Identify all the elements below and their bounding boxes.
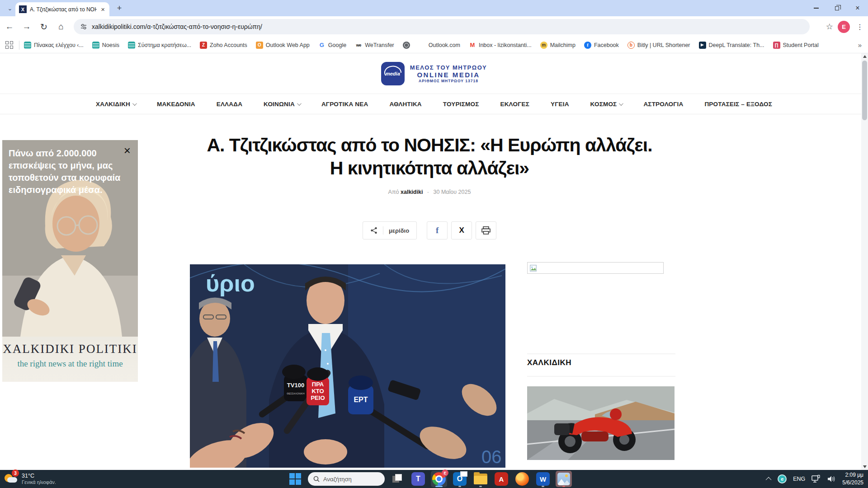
file-explorer-button[interactable] — [472, 471, 489, 487]
teams-icon: T — [411, 472, 425, 486]
wetransfer-icon: we — [355, 42, 362, 49]
registry-badge: ΜΕΛΟΣ ΤΟΥ ΜΗΤΡΩΟΥ ONLINE MEDIA ΑΡΙΘΜΟΣ Μ… — [410, 64, 487, 83]
taskbar-clock[interactable]: 2:09 μμ 5/6/2025 — [842, 471, 863, 487]
nav-item-protaseis-exodos[interactable]: ΠΡΟΤΑΣΕΙΣ – ΕΞΟΔΟΣ — [704, 101, 772, 108]
bookmark-pinakas[interactable]: Πίνακας ελέγχου ‹... — [24, 42, 84, 49]
bookmark-outlook-web-app[interactable]: OOutlook Web App — [256, 42, 310, 49]
teams-button[interactable]: T — [410, 471, 426, 487]
bookmark-inbox[interactable]: MInbox - lizikonstanti... — [469, 42, 532, 49]
mic-flag-tv100: TV100 — [287, 382, 304, 389]
back-button[interactable]: ← — [2, 19, 17, 34]
photos-button[interactable] — [556, 471, 572, 487]
site-logo[interactable]: media ΜΕΛΟΣ ΤΟΥ ΜΗΤΡΩΟΥ ONLINE MEDIA ΑΡΙ… — [381, 62, 487, 85]
scroll-down-icon[interactable] — [861, 464, 868, 470]
tab-close-icon[interactable]: × — [100, 5, 106, 13]
scrollbar-thumb[interactable] — [862, 61, 867, 120]
running-indicator — [458, 486, 461, 487]
eset-tray-icon[interactable]: e — [778, 474, 787, 483]
acrobat-button[interactable]: A — [493, 471, 509, 487]
bookmark-wetransfer[interactable]: weWeTransfer — [355, 42, 394, 49]
task-view-button[interactable] — [389, 471, 406, 487]
nav-item-kosmos[interactable]: ΚΟΣΜΟΣ — [590, 101, 623, 108]
broken-image-icon — [530, 265, 537, 272]
site-settings-icon[interactable] — [80, 23, 87, 30]
reload-button[interactable]: ↻ — [36, 19, 52, 34]
mic-flag-praktoreio-1: ΠΡΑ — [312, 381, 324, 388]
bookmark-google[interactable]: GGoogle — [318, 42, 346, 49]
running-indicator — [562, 486, 565, 487]
address-bar[interactable]: xalkidikipolitiki.com/α-τζιτζικώστας-από… — [74, 19, 810, 34]
home-button[interactable]: ⌂ — [53, 19, 69, 34]
facebook-icon: f — [436, 225, 439, 235]
chevron-down-icon — [297, 101, 302, 106]
nav-item-astrologia[interactable]: ΑΣΤΡΟΛΟΓΙΑ — [643, 101, 683, 108]
tray-expand-icon[interactable] — [766, 477, 772, 483]
bookmark-outlook-com[interactable]: Outlook.com — [419, 42, 460, 49]
bookmarks-overflow-icon[interactable]: » — [858, 41, 862, 49]
article-title: Α. Τζιτζικώστας από το ΝΟΗΣΙΣ: «Η Ευρώπη… — [203, 134, 656, 180]
browser-menu-icon[interactable]: ⋮ — [854, 23, 865, 31]
outlook-com-icon — [419, 42, 426, 49]
share-facebook-button[interactable]: f — [427, 221, 448, 239]
bookmark-globe[interactable] — [403, 42, 410, 49]
taskbar-search[interactable]: Αναζήτηση — [308, 472, 385, 486]
bookmark-zoho[interactable]: ZZoho Accounts — [200, 42, 247, 49]
nav-item-makedonia[interactable]: ΜΑΚΕΔΟΝΙΑ — [157, 101, 195, 108]
booking-system-icon — [128, 42, 135, 49]
firefox-button[interactable] — [514, 471, 530, 487]
author-link[interactable]: xalkidiki — [401, 189, 423, 195]
ad-close-icon[interactable]: × — [124, 145, 131, 156]
language-indicator[interactable]: ENG — [793, 476, 805, 482]
bookmark-deepl[interactable]: DeepL Translate: Th... — [699, 42, 764, 49]
new-tab-button[interactable]: + — [114, 3, 125, 14]
bookmark-star-icon[interactable]: ☆ — [826, 22, 833, 32]
share-button[interactable]: μερίδιο — [363, 221, 417, 239]
url-text[interactable]: xalkidikipolitiki.com/α-τζιτζικώστας-από… — [92, 23, 262, 30]
nav-item-athlitika[interactable]: ΑΘΛΗΤΙΚΑ — [389, 101, 421, 108]
bookmark-noesis[interactable]: Noesis — [92, 42, 119, 49]
restore-button[interactable] — [826, 0, 847, 16]
chevron-down-icon — [619, 101, 623, 106]
tab-search-chevron-icon[interactable]: ⌄ — [5, 3, 15, 14]
page-scrollbar[interactable] — [861, 53, 868, 470]
nav-item-koinonia[interactable]: ΚΟΙΝΩΝΙΑ — [264, 101, 300, 108]
taskbar-tray: e ENG 2:09 μμ 5/6/2025 — [767, 470, 863, 488]
outlook-button[interactable]: O — [452, 471, 468, 487]
bookmark-student-portal[interactable]: ∏Student Portal — [773, 42, 819, 49]
nav-item-tourismos[interactable]: ΤΟΥΡΙΣΜΟΣ — [443, 101, 479, 108]
chevron-down-icon — [132, 101, 137, 106]
bookmark-bitly[interactable]: bBitly | URL Shortener — [627, 42, 690, 49]
apps-grid-icon[interactable] — [5, 41, 14, 49]
windows-logo-icon — [289, 473, 301, 485]
nav-item-agrotika-nea[interactable]: ΑΓΡΟΤΙΚΑ ΝΕΑ — [321, 101, 368, 108]
chrome-button[interactable]: E — [431, 471, 447, 487]
nav-item-ellada[interactable]: ΕΛΛΑΔΑ — [217, 101, 242, 108]
start-button[interactable] — [287, 471, 303, 487]
browser-tab[interactable]: X Α. Τζιτζικώστας από το ΝΟΗΣΙ × — [15, 2, 109, 16]
bookmark-systima[interactable]: Σύστημα κρατήσεω... — [128, 42, 191, 49]
minimize-button[interactable] — [806, 0, 826, 16]
nav-item-ygeia[interactable]: ΥΓΕΙΑ — [551, 101, 569, 108]
mic-flag-tv100-sub: ΘΕΣΣΑΛΟΝΙΚΗ — [287, 392, 304, 395]
word-button[interactable]: W — [535, 471, 551, 487]
nav-item-ekloges[interactable]: ΕΚΛΟΓΕΣ — [500, 101, 529, 108]
ad-brand-zone: XALKIDIKI POLITIKI the right news at the… — [2, 337, 138, 382]
close-button[interactable]: × — [847, 0, 868, 16]
article-byline: Από xalkidiki - 30 Μαΐου 2025 — [203, 189, 656, 195]
bookmark-facebook[interactable]: fFacebook — [584, 42, 619, 49]
nav-item-xalkidiki[interactable]: ΧΑΛΚΙΔΙΚΗ — [96, 101, 136, 108]
weather-widget[interactable]: 3 31°C Γενικά ηλιοφάν. — [4, 471, 56, 486]
promo-ad[interactable]: × Πάνω από 2.000.000 επισκέψεις το μήνα,… — [2, 140, 138, 382]
sidebar-ad-placeholder — [527, 262, 664, 274]
firefox-icon — [515, 472, 529, 486]
share-print-button[interactable] — [476, 221, 496, 239]
bookmark-mailchimp[interactable]: mMailchimp — [540, 42, 576, 49]
windows-taskbar: 3 31°C Γενικά ηλιοφάν. Αναζήτηση T — [0, 470, 868, 488]
scroll-up-icon[interactable] — [861, 53, 868, 60]
forward-button[interactable]: → — [19, 19, 34, 34]
share-x-button[interactable]: X — [451, 221, 472, 239]
profile-avatar[interactable]: E — [838, 21, 850, 33]
sidebar-article-image[interactable] — [527, 386, 675, 460]
network-icon[interactable] — [811, 475, 821, 483]
volume-icon[interactable] — [827, 475, 836, 483]
